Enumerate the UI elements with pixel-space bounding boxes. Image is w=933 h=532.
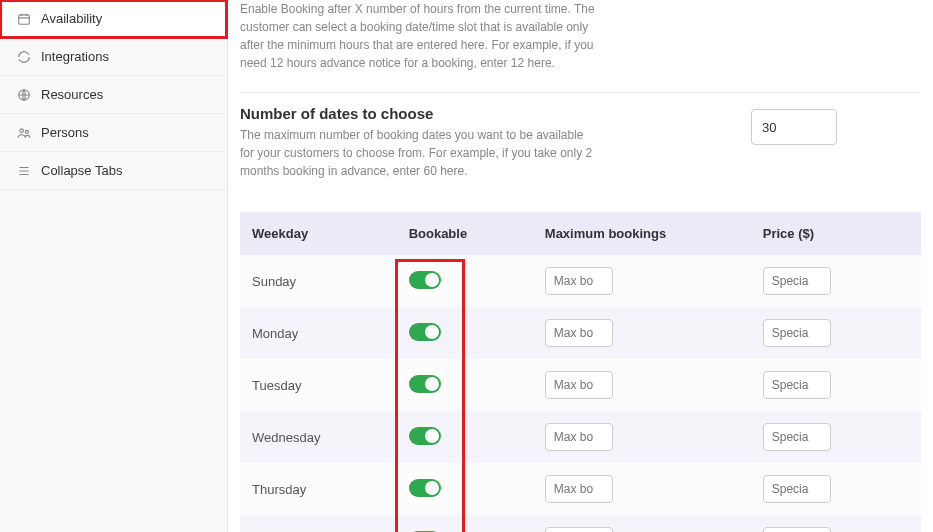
globe-icon: [16, 87, 31, 102]
max-bookings-input[interactable]: [545, 371, 613, 399]
users-icon: [16, 125, 31, 140]
svg-rect-0: [18, 14, 29, 23]
price-input[interactable]: [763, 371, 831, 399]
table-row: Monday: [240, 307, 921, 359]
weekday-cell: Tuesday: [240, 359, 397, 411]
weekday-cell: Sunday: [240, 255, 397, 307]
section-advance-notice: Enable Booking after X number of hours f…: [240, 0, 921, 93]
schedule-table: Weekday Bookable Maximum bookings Price …: [240, 212, 921, 532]
sidebar-item-collapse-tabs[interactable]: Collapse Tabs: [0, 152, 227, 190]
price-input[interactable]: [763, 527, 831, 532]
main-content: Enable Booking after X number of hours f…: [228, 0, 933, 532]
sidebar-item-label: Resources: [41, 87, 103, 102]
weekday-cell: Monday: [240, 307, 397, 359]
table-row: Wednesday: [240, 411, 921, 463]
table-row: Tuesday: [240, 359, 921, 411]
max-bookings-input[interactable]: [545, 319, 613, 347]
bookable-toggle[interactable]: [409, 323, 441, 341]
header-weekday: Weekday: [240, 212, 397, 255]
sidebar-item-persons[interactable]: Persons: [0, 114, 227, 152]
section-number-of-dates: Number of dates to choose The maximum nu…: [240, 93, 921, 200]
sidebar-item-label: Availability: [41, 11, 102, 26]
calendar-icon: [16, 11, 31, 26]
weekday-cell: Friday: [240, 515, 397, 532]
header-bookable: Bookable: [397, 212, 533, 255]
weekday-cell: Wednesday: [240, 411, 397, 463]
menu-icon: [16, 163, 31, 178]
num-dates-input[interactable]: [751, 109, 837, 145]
table-row: Friday: [240, 515, 921, 532]
max-bookings-input[interactable]: [545, 423, 613, 451]
schedule-table-wrap: Weekday Bookable Maximum bookings Price …: [240, 212, 921, 532]
sidebar-item-label: Persons: [41, 125, 89, 140]
svg-point-2: [19, 128, 23, 132]
price-input[interactable]: [763, 475, 831, 503]
header-max-bookings: Maximum bookings: [533, 212, 751, 255]
sidebar-item-integrations[interactable]: Integrations: [0, 38, 227, 76]
advance-notice-description: Enable Booking after X number of hours f…: [240, 0, 600, 72]
max-bookings-input[interactable]: [545, 527, 613, 532]
price-input[interactable]: [763, 319, 831, 347]
bookable-toggle[interactable]: [409, 375, 441, 393]
price-input[interactable]: [763, 423, 831, 451]
sidebar: Availability Integrations Resources Pers…: [0, 0, 228, 532]
table-row: Thursday: [240, 463, 921, 515]
num-dates-title: Number of dates to choose: [240, 105, 661, 122]
sidebar-item-label: Collapse Tabs: [41, 163, 122, 178]
svg-point-3: [25, 130, 28, 133]
sync-icon: [16, 49, 31, 64]
sidebar-item-availability[interactable]: Availability: [0, 0, 227, 38]
num-dates-description: The maximum number of booking dates you …: [240, 126, 600, 180]
bookable-toggle[interactable]: [409, 479, 441, 497]
sidebar-item-resources[interactable]: Resources: [0, 76, 227, 114]
weekday-cell: Thursday: [240, 463, 397, 515]
max-bookings-input[interactable]: [545, 475, 613, 503]
sidebar-item-label: Integrations: [41, 49, 109, 64]
table-row: Sunday: [240, 255, 921, 307]
header-price: Price ($): [751, 212, 921, 255]
bookable-toggle[interactable]: [409, 427, 441, 445]
max-bookings-input[interactable]: [545, 267, 613, 295]
price-input[interactable]: [763, 267, 831, 295]
bookable-toggle[interactable]: [409, 271, 441, 289]
